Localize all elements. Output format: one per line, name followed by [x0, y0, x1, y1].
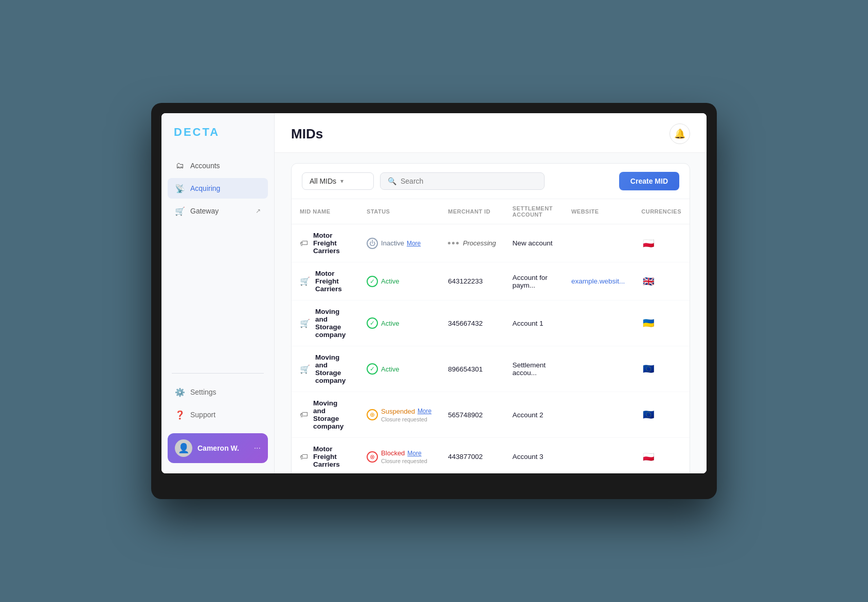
- mid-name-text: Moving and Storage company: [315, 353, 350, 384]
- currencies-cell: 🇵🇱: [633, 438, 690, 474]
- mid-name-cell: 🛒 Moving and Storage company: [292, 300, 358, 346]
- sidebar-item-support[interactable]: ❓ Support: [168, 404, 268, 425]
- table-row[interactable]: 🛒 Moving and Storage company ✓ Active 34…: [292, 300, 690, 346]
- laptop-frame: DECTA 🗂 Accounts 📡 Acquiring 🛒 Gateway ↗: [151, 103, 717, 499]
- merchant-id-cell: 443877002: [440, 438, 504, 474]
- currencies-cell: 🇺🇦: [633, 300, 690, 346]
- mid-name-cell: 🏷 Moving and Storage company: [292, 392, 358, 438]
- website-value: example.websit...: [571, 277, 625, 285]
- mid-name-text: Motor Freight Carriers: [313, 232, 350, 255]
- filter-label: All MIDs: [310, 177, 336, 185]
- status-icon: ⏻: [367, 238, 378, 249]
- currency-flag: 🇪🇺: [641, 364, 656, 374]
- settlement-account-value: Account 3: [513, 453, 544, 461]
- website-cell: [563, 346, 633, 392]
- mid-name-text: Moving and Storage company: [315, 308, 350, 339]
- status-cell: ✓ Active: [358, 346, 440, 392]
- notification-bell-button[interactable]: 🔔: [670, 123, 690, 144]
- currencies-cell: 🇪🇺: [633, 392, 690, 438]
- acquiring-icon: 📡: [175, 183, 185, 193]
- sidebar-divider: [172, 373, 264, 374]
- gateway-icon: 🛒: [175, 206, 185, 216]
- table-row[interactable]: 🛒 Moving and Storage company ✓ Active 89…: [292, 346, 690, 392]
- table-row[interactable]: 🛒 Motor Freight Carriers ✓ Active 643122…: [292, 262, 690, 300]
- user-name: Cameron W.: [197, 444, 249, 452]
- status-label: Inactive: [381, 239, 404, 247]
- processing-label: Processing: [463, 239, 496, 247]
- status-icon: ✓: [367, 363, 378, 375]
- website-cell: [563, 300, 633, 346]
- user-card[interactable]: 👤 Cameron W. ···: [168, 433, 268, 463]
- status-label: Suspended: [381, 408, 415, 415]
- currency-flag: 🇬🇧: [641, 276, 656, 287]
- mid-name-cell: 🏷 Motor Freight Carriers: [292, 224, 358, 262]
- settlement-account-value: Account 2: [513, 411, 544, 419]
- accounts-icon: 🗂: [175, 161, 185, 171]
- sidebar-item-settings[interactable]: ⚙️ Settings: [168, 382, 268, 402]
- settlement-account-value: Account for paym...: [513, 274, 548, 289]
- sidebar-item-accounts[interactable]: 🗂 Accounts: [168, 155, 268, 176]
- mid-type-icon: 🏷: [300, 452, 308, 462]
- sidebar-item-gateway[interactable]: 🛒 Gateway ↗: [168, 201, 268, 221]
- support-icon: ❓: [175, 410, 185, 420]
- avatar: 👤: [175, 439, 192, 457]
- mids-table-card: All MIDs ▾ 🔍 Create MID MID: [291, 163, 690, 473]
- col-header-website: WEBSITE: [563, 199, 633, 224]
- merchant-id-value: 643122233: [448, 277, 483, 285]
- currency-flag: 🇵🇱: [641, 238, 656, 249]
- settlement-account-cell: Account for paym...: [504, 262, 563, 300]
- col-header-status: STATUS: [358, 199, 440, 224]
- status-label: Active: [381, 320, 399, 327]
- currencies-cell: 🇵🇱: [633, 224, 690, 262]
- status-label: Active: [381, 365, 399, 373]
- search-input[interactable]: [401, 177, 537, 185]
- currencies-cell: 🇪🇺: [633, 346, 690, 392]
- table-row[interactable]: 🏷 Motor Freight Carriers ⏻ Inactive More…: [292, 224, 690, 262]
- settlement-account-cell: Account 1: [504, 300, 563, 346]
- merchant-id-value: 443877002: [448, 453, 483, 461]
- col-header-mid-name: MID NAME: [292, 199, 358, 224]
- acquiring-label: Acquiring: [190, 184, 220, 192]
- settlement-account-value: Account 1: [513, 320, 544, 327]
- gateway-label: Gateway: [190, 207, 219, 215]
- table-toolbar: All MIDs ▾ 🔍 Create MID: [292, 164, 690, 199]
- status-icon: ✓: [367, 317, 378, 329]
- table-row[interactable]: 🏷 Moving and Storage company ⊕ Suspended…: [292, 392, 690, 438]
- main-nav: 🗂 Accounts 📡 Acquiring 🛒 Gateway ↗: [161, 155, 274, 365]
- status-more-link[interactable]: More: [407, 240, 421, 247]
- status-label: Blocked: [381, 449, 405, 457]
- main-content: MIDs 🔔 All MIDs ▾ 🔍 Cre: [275, 113, 707, 473]
- merchant-id-value: 565748902: [448, 411, 483, 419]
- settlement-account-value: Settlement accou...: [513, 361, 546, 377]
- currency-flag: 🇺🇦: [641, 318, 656, 328]
- create-mid-button[interactable]: Create MID: [619, 172, 679, 190]
- mids-table: MID NAME STATUS MERCHANT ID SETTLEMENT A…: [292, 199, 690, 473]
- search-icon: 🔍: [388, 177, 396, 185]
- sidebar-item-acquiring[interactable]: 📡 Acquiring: [168, 178, 268, 199]
- status-icon: ⊗: [367, 451, 378, 463]
- mid-type-icon: 🛒: [300, 318, 310, 328]
- merchant-id-cell: 896654301: [440, 346, 504, 392]
- col-header-currencies: CURRENCIES: [633, 199, 690, 224]
- table-row[interactable]: 🏷 Motor Freight Carriers ⊗ Blocked More …: [292, 438, 690, 474]
- status-more-link[interactable]: More: [407, 450, 421, 457]
- accounts-label: Accounts: [190, 162, 220, 170]
- status-more-link[interactable]: More: [418, 408, 431, 415]
- settlement-account-cell: Account 2: [504, 392, 563, 438]
- merchant-id-value: 345667432: [448, 320, 483, 327]
- website-cell: [563, 438, 633, 474]
- user-menu-icon: ···: [254, 444, 261, 453]
- top-bar: MIDs 🔔: [275, 113, 707, 153]
- mid-name-cell: 🛒 Motor Freight Carriers: [292, 262, 358, 300]
- filter-dropdown[interactable]: All MIDs ▾: [302, 172, 374, 190]
- content-area: All MIDs ▾ 🔍 Create MID MID: [275, 153, 707, 473]
- search-box: 🔍: [380, 172, 545, 190]
- external-link-icon: ↗: [256, 207, 261, 215]
- website-cell: [563, 224, 633, 262]
- merchant-id-value: 896654301: [448, 365, 483, 373]
- app-logo: DECTA: [161, 126, 274, 155]
- settlement-account-value: New account: [513, 239, 553, 247]
- mid-type-icon: 🏷: [300, 410, 308, 419]
- status-sub-text: Closure requested: [381, 458, 427, 464]
- mid-name-cell: 🏷 Motor Freight Carriers: [292, 438, 358, 474]
